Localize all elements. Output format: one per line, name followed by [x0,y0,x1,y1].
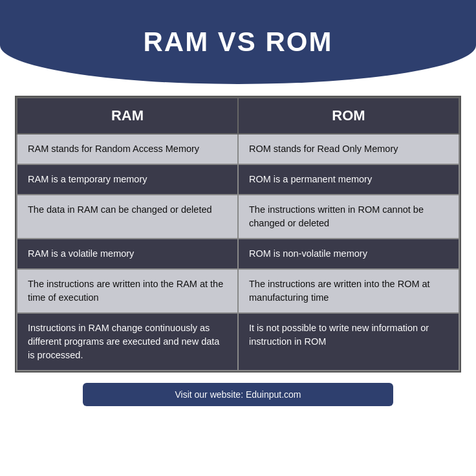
header-row: RAM ROM [17,98,459,134]
main-title: RAM VS ROM [144,27,333,58]
ram-cell: The instructions are written into the RA… [17,269,238,313]
table-row: RAM is a volatile memoryROM is non-volat… [17,239,459,269]
page-wrapper: RAM VS ROM RAM ROM RAM stands for Random… [0,0,476,476]
ram-cell: RAM stands for Random Access Memory [17,134,238,164]
ram-column-header: RAM [17,98,238,134]
table-row: Instructions in RAM change continuously … [17,313,459,371]
footer-text: Visit our website: Eduinput.com [175,389,301,400]
table-row: RAM stands for Random Access MemoryROM s… [17,134,459,164]
comparison-table-container: RAM ROM RAM stands for Random Access Mem… [15,96,461,373]
ram-cell: The data in RAM can be changed or delete… [17,195,238,239]
ram-cell: RAM is a temporary memory [17,164,238,195]
rom-cell: ROM stands for Read Only Memory [238,134,459,164]
footer-bar: Visit our website: Eduinput.com [83,383,393,406]
rom-cell: The instructions are written into the RO… [238,269,459,313]
ram-cell: Instructions in RAM change continuously … [17,313,238,371]
comparison-table: RAM ROM RAM stands for Random Access Mem… [16,97,460,371]
rom-column-header: ROM [238,98,459,134]
table-header: RAM ROM [17,98,459,134]
table-row: The data in RAM can be changed or delete… [17,195,459,239]
header-arc: RAM VS ROM [0,0,476,84]
rom-cell: It is not possible to write new informat… [238,313,459,371]
rom-cell: ROM is a permanent memory [238,164,459,195]
table-body: RAM stands for Random Access MemoryROM s… [17,134,459,371]
rom-cell: ROM is non-volatile memory [238,239,459,269]
rom-cell: The instructions written in ROM cannot b… [238,195,459,239]
table-row: The instructions are written into the RA… [17,269,459,313]
ram-cell: RAM is a volatile memory [17,239,238,269]
table-row: RAM is a temporary memoryROM is a perman… [17,164,459,195]
